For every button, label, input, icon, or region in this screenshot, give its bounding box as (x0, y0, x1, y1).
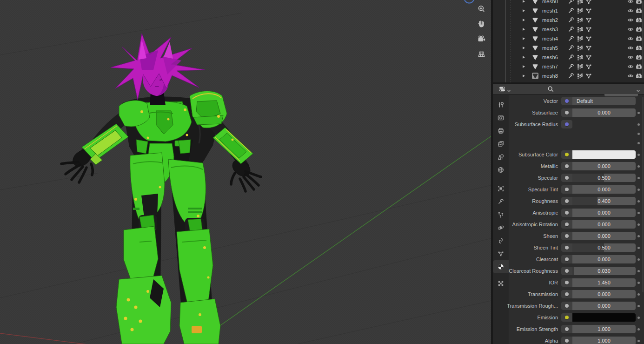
disable-in-render-icon[interactable] (636, 63, 642, 70)
hide-in-viewport-icon[interactable] (627, 45, 634, 51)
decorator-dot[interactable] (637, 317, 640, 319)
value-field[interactable]: 0.000 (561, 290, 636, 298)
mesh-data-icon[interactable] (585, 35, 592, 42)
hide-in-viewport-icon[interactable] (627, 26, 634, 33)
hide-in-viewport-icon[interactable] (627, 17, 634, 23)
modifiers-icon[interactable] (568, 73, 574, 79)
vertex-groups-icon[interactable] (577, 45, 583, 51)
toggle-grid-icon[interactable] (477, 49, 485, 58)
tab-view-layer[interactable] (493, 137, 509, 150)
socket-toggle-button[interactable] (561, 255, 572, 263)
socket-toggle-button[interactable] (561, 267, 572, 275)
slider-field[interactable]: 0.400 (561, 197, 636, 205)
decorator-dot[interactable] (637, 123, 640, 126)
color-swatch-field[interactable] (561, 313, 636, 322)
expand-arrow-icon[interactable] (523, 65, 525, 68)
expand-arrow-icon[interactable] (523, 37, 525, 40)
outliner-item-label[interactable]: mesh1 (542, 8, 558, 13)
decorator-dot[interactable] (637, 340, 640, 342)
socket-toggle-button[interactable] (561, 108, 572, 117)
outliner-editor[interactable]: mesh0mesh1mesh2mesh3mesh4mesh5mesh6mesh7… (493, 0, 644, 82)
socket-toggle-button[interactable] (561, 232, 572, 240)
outliner-row-mesh7[interactable]: mesh7 (493, 62, 644, 71)
decorator-dot[interactable] (637, 165, 640, 168)
value-field[interactable]: 0.000 (561, 302, 636, 310)
value-field[interactable]: 0.000 (561, 108, 636, 117)
decorator-dot[interactable] (637, 305, 640, 307)
value-field[interactable]: 1.450 (561, 278, 636, 287)
zoom-in-icon[interactable] (477, 5, 485, 13)
socket-toggle-button[interactable] (561, 243, 572, 252)
socket-toggle-button[interactable] (561, 290, 572, 298)
mesh-data-icon[interactable] (585, 73, 592, 79)
decorator-dot[interactable] (637, 112, 640, 114)
mesh-data-icon[interactable] (585, 54, 592, 61)
expand-arrow-icon[interactable] (523, 9, 525, 12)
value-field[interactable]: 0.000 (561, 220, 636, 229)
mesh-data-icon[interactable] (585, 0, 592, 5)
disable-in-render-icon[interactable] (636, 17, 642, 23)
pan-hand-icon[interactable] (477, 20, 485, 28)
outliner-item-label[interactable]: mesh5 (542, 45, 558, 51)
character-model[interactable] (61, 34, 261, 344)
expand-arrow-icon[interactable] (523, 28, 525, 31)
mesh-data-icon[interactable] (585, 17, 592, 23)
mesh-object-icon[interactable] (532, 7, 538, 14)
vertex-groups-icon[interactable] (577, 17, 583, 23)
expand-arrow-icon[interactable] (523, 74, 525, 77)
socket-toggle-button[interactable] (561, 197, 572, 205)
outliner-row-mesh3[interactable]: mesh3 (493, 25, 644, 34)
value-field[interactable]: 0.000 (561, 185, 636, 194)
socket-toggle-button[interactable] (561, 337, 572, 344)
mesh-data-icon[interactable] (585, 7, 592, 14)
value-field[interactable]: 1.000 (561, 337, 636, 344)
socket-toggle-button-wrap[interactable] (561, 120, 572, 128)
decorator-dot[interactable] (637, 258, 640, 261)
mesh-object-icon[interactable] (532, 17, 538, 23)
socket-toggle-button[interactable] (561, 278, 572, 287)
socket-toggle-button[interactable] (561, 120, 572, 128)
outliner-row-mesh0[interactable]: mesh0 (493, 0, 644, 6)
mesh-object-icon[interactable] (532, 54, 538, 61)
modifiers-icon[interactable] (568, 0, 574, 5)
outliner-item-label[interactable]: mesh8 (542, 73, 558, 79)
modifiers-icon[interactable] (568, 26, 574, 33)
decorator-dot[interactable] (637, 212, 640, 214)
hide-in-viewport-icon[interactable] (627, 7, 634, 14)
mesh-object-icon[interactable] (532, 0, 538, 5)
expand-arrow-icon[interactable] (523, 19, 525, 21)
mesh-object-icon[interactable] (532, 73, 538, 79)
decorator-dot[interactable] (637, 282, 640, 284)
decorator-dot[interactable] (637, 189, 640, 191)
mesh-data-icon[interactable] (585, 63, 592, 70)
slider-field[interactable]: 0.500 (561, 243, 636, 252)
outliner-row-mesh6[interactable]: mesh6 (493, 53, 644, 62)
disable-in-render-icon[interactable] (636, 7, 642, 14)
modifiers-icon[interactable] (568, 63, 574, 70)
hide-in-viewport-icon[interactable] (627, 54, 634, 61)
disable-in-render-icon[interactable] (636, 73, 642, 79)
decorator-dot[interactable] (637, 154, 640, 156)
outliner-item-label[interactable]: mesh7 (542, 64, 558, 69)
slider-field[interactable]: 0.500 (561, 174, 636, 182)
vertex-groups-icon[interactable] (577, 73, 583, 79)
hide-in-viewport-icon[interactable] (627, 63, 634, 70)
vector-menu-field[interactable]: Default (561, 97, 636, 105)
decorator-dot[interactable] (637, 328, 640, 331)
hide-in-viewport-icon[interactable] (627, 73, 634, 79)
socket-toggle-button[interactable] (561, 162, 572, 170)
expand-arrow-icon[interactable] (523, 0, 525, 3)
decorator-dot[interactable] (637, 177, 640, 179)
hide-in-viewport-icon[interactable] (627, 35, 634, 42)
expand-arrow-icon[interactable] (523, 56, 525, 59)
value-field[interactable]: 0.000 (561, 162, 636, 170)
socket-toggle-button[interactable] (561, 150, 572, 159)
outliner-item-label[interactable]: mesh6 (542, 54, 558, 60)
outliner-row-mesh1[interactable]: mesh1 (493, 6, 644, 15)
value-field[interactable]: 0.000 (561, 232, 636, 240)
outliner-item-label[interactable]: mesh3 (542, 27, 558, 32)
socket-toggle-button[interactable] (561, 174, 572, 182)
decorator-dot[interactable] (637, 270, 640, 272)
disable-in-render-icon[interactable] (636, 54, 642, 61)
expand-arrow-icon[interactable] (523, 47, 525, 49)
